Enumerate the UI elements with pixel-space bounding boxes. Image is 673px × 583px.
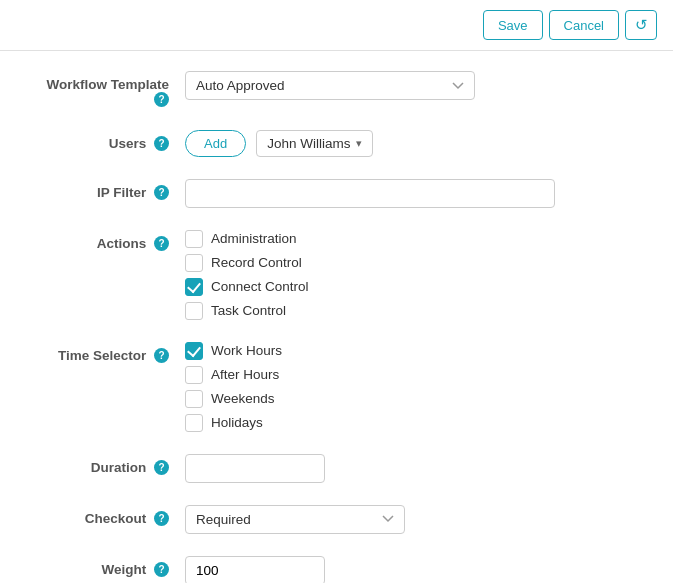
- actions-label: Actions ?: [30, 230, 185, 252]
- checkout-row: Checkout ? Required Optional None: [30, 505, 643, 534]
- weekends-checkbox[interactable]: [185, 390, 203, 408]
- duration-label: Duration ?: [30, 454, 185, 476]
- workflow-template-label: Workflow Template ?: [30, 71, 185, 108]
- selected-user-label: John Williams: [267, 136, 350, 151]
- list-item: After Hours: [185, 366, 643, 384]
- weight-control: 100: [185, 556, 643, 583]
- duration-control: [185, 454, 643, 483]
- connect-control-label: Connect Control: [211, 279, 309, 294]
- refresh-button[interactable]: ↺: [625, 10, 657, 40]
- actions-checkbox-group: Administration Record Control Connect Co…: [185, 230, 643, 320]
- actions-row: Actions ? Administration Record Control …: [30, 230, 643, 320]
- top-bar: Save Cancel ↺: [0, 0, 673, 51]
- administration-checkbox[interactable]: [185, 230, 203, 248]
- time-selector-checkbox-group: Work Hours After Hours Weekends Holidays: [185, 342, 643, 432]
- list-item: Work Hours: [185, 342, 643, 360]
- time-selector-help-icon[interactable]: ?: [154, 348, 169, 363]
- holidays-checkbox[interactable]: [185, 414, 203, 432]
- users-control: Add John Williams ▾: [185, 130, 643, 157]
- weight-row: Weight ? 100: [30, 556, 643, 583]
- ip-filter-label: IP Filter ?: [30, 179, 185, 201]
- actions-help-icon[interactable]: ?: [154, 236, 169, 251]
- checkout-label: Checkout ?: [30, 505, 185, 527]
- after-hours-label: After Hours: [211, 367, 279, 382]
- after-hours-checkbox[interactable]: [185, 366, 203, 384]
- checkout-control: Required Optional None: [185, 505, 643, 534]
- list-item: Record Control: [185, 254, 643, 272]
- ip-filter-input[interactable]: [185, 179, 555, 208]
- duration-help-icon[interactable]: ?: [154, 460, 169, 475]
- list-item: Holidays: [185, 414, 643, 432]
- checkout-select[interactable]: Required Optional None: [185, 505, 405, 534]
- list-item: Connect Control: [185, 278, 643, 296]
- duration-input[interactable]: [185, 454, 325, 483]
- work-hours-checkbox[interactable]: [185, 342, 203, 360]
- checkout-help-icon[interactable]: ?: [154, 511, 169, 526]
- administration-label: Administration: [211, 231, 297, 246]
- users-label: Users ?: [30, 130, 185, 152]
- time-selector-label: Time Selector ?: [30, 342, 185, 364]
- work-hours-label: Work Hours: [211, 343, 282, 358]
- user-dropdown[interactable]: John Williams ▾: [256, 130, 373, 157]
- duration-row: Duration ?: [30, 454, 643, 483]
- list-item: Administration: [185, 230, 643, 248]
- weekends-label: Weekends: [211, 391, 275, 406]
- cancel-button[interactable]: Cancel: [549, 10, 619, 40]
- list-item: Task Control: [185, 302, 643, 320]
- holidays-label: Holidays: [211, 415, 263, 430]
- record-control-label: Record Control: [211, 255, 302, 270]
- add-user-button[interactable]: Add: [185, 130, 246, 157]
- time-selector-control: Work Hours After Hours Weekends Holidays: [185, 342, 643, 432]
- user-dropdown-caret-icon: ▾: [356, 137, 362, 150]
- list-item: Weekends: [185, 390, 643, 408]
- refresh-icon: ↺: [635, 16, 648, 34]
- users-row: Users ? Add John Williams ▾: [30, 130, 643, 157]
- save-button[interactable]: Save: [483, 10, 543, 40]
- workflow-template-control: Auto Approved Manual Approval Auto Rejec…: [185, 71, 643, 100]
- actions-control: Administration Record Control Connect Co…: [185, 230, 643, 320]
- ip-filter-row: IP Filter ?: [30, 179, 643, 208]
- form-container: Workflow Template ? Auto Approved Manual…: [0, 51, 673, 583]
- weight-label: Weight ?: [30, 556, 185, 578]
- ip-filter-control: [185, 179, 643, 208]
- ip-filter-help-icon[interactable]: ?: [154, 185, 169, 200]
- task-control-label: Task Control: [211, 303, 286, 318]
- workflow-template-row: Workflow Template ? Auto Approved Manual…: [30, 71, 643, 108]
- weight-input[interactable]: 100: [185, 556, 325, 583]
- workflow-template-help-icon[interactable]: ?: [154, 92, 169, 107]
- connect-control-checkbox[interactable]: [185, 278, 203, 296]
- task-control-checkbox[interactable]: [185, 302, 203, 320]
- record-control-checkbox[interactable]: [185, 254, 203, 272]
- users-help-icon[interactable]: ?: [154, 136, 169, 151]
- workflow-template-select[interactable]: Auto Approved Manual Approval Auto Rejec…: [185, 71, 475, 100]
- weight-help-icon[interactable]: ?: [154, 562, 169, 577]
- time-selector-row: Time Selector ? Work Hours After Hours W…: [30, 342, 643, 432]
